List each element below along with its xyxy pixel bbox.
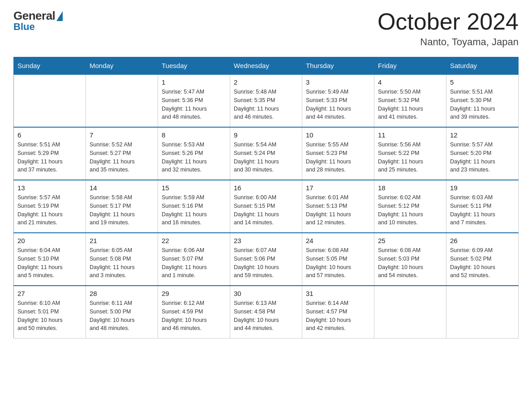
day-cell: 22Sunrise: 6:06 AM Sunset: 5:07 PM Dayli… (158, 233, 230, 286)
day-info: Sunrise: 6:05 AM Sunset: 5:08 PM Dayligh… (90, 246, 154, 280)
day-number: 11 (378, 131, 442, 139)
day-number: 21 (90, 237, 154, 244)
day-number: 18 (378, 184, 442, 192)
day-cell: 11Sunrise: 5:56 AM Sunset: 5:22 PM Dayli… (374, 127, 446, 180)
day-cell: 26Sunrise: 6:09 AM Sunset: 5:02 PM Dayli… (446, 233, 519, 286)
day-cell (14, 74, 86, 127)
day-cell: 9Sunrise: 5:54 AM Sunset: 5:24 PM Daylig… (230, 127, 302, 180)
day-cell (374, 286, 446, 338)
day-number: 20 (17, 237, 82, 244)
day-cell: 1Sunrise: 5:47 AM Sunset: 5:36 PM Daylig… (158, 74, 230, 127)
day-info: Sunrise: 5:57 AM Sunset: 5:19 PM Dayligh… (17, 193, 82, 227)
day-cell (446, 286, 519, 338)
header-cell-friday: Friday (374, 57, 446, 75)
day-cell: 23Sunrise: 6:07 AM Sunset: 5:06 PM Dayli… (230, 233, 302, 286)
day-info: Sunrise: 6:08 AM Sunset: 5:05 PM Dayligh… (306, 246, 370, 280)
day-cell: 2Sunrise: 5:48 AM Sunset: 5:35 PM Daylig… (230, 74, 302, 127)
day-info: Sunrise: 6:03 AM Sunset: 5:11 PM Dayligh… (450, 193, 515, 227)
day-cell: 31Sunrise: 6:14 AM Sunset: 4:57 PM Dayli… (302, 286, 374, 338)
day-info: Sunrise: 5:47 AM Sunset: 5:36 PM Dayligh… (162, 88, 226, 121)
day-cell: 6Sunrise: 5:51 AM Sunset: 5:29 PM Daylig… (14, 127, 86, 180)
calendar-table: SundayMondayTuesdayWednesdayThursdayFrid… (13, 57, 519, 338)
day-cell: 17Sunrise: 6:01 AM Sunset: 5:13 PM Dayli… (302, 180, 374, 233)
week-row-2: 6Sunrise: 5:51 AM Sunset: 5:29 PM Daylig… (14, 127, 519, 180)
day-info: Sunrise: 6:11 AM Sunset: 5:00 PM Dayligh… (90, 299, 154, 333)
week-row-5: 27Sunrise: 6:10 AM Sunset: 5:01 PM Dayli… (14, 286, 519, 338)
title-section: October 2024 Nanto, Toyama, Japan (378, 9, 519, 48)
day-number: 26 (450, 237, 515, 244)
day-info: Sunrise: 5:53 AM Sunset: 5:26 PM Dayligh… (162, 141, 226, 174)
day-cell: 4Sunrise: 5:50 AM Sunset: 5:32 PM Daylig… (374, 74, 446, 127)
day-number: 13 (17, 184, 82, 192)
day-number: 14 (90, 184, 154, 192)
subtitle: Nanto, Toyama, Japan (378, 36, 519, 48)
day-info: Sunrise: 6:01 AM Sunset: 5:13 PM Dayligh… (306, 193, 370, 227)
day-info: Sunrise: 6:02 AM Sunset: 5:12 PM Dayligh… (378, 193, 442, 227)
day-info: Sunrise: 6:12 AM Sunset: 4:59 PM Dayligh… (162, 299, 226, 333)
day-info: Sunrise: 5:54 AM Sunset: 5:24 PM Dayligh… (234, 141, 298, 174)
day-info: Sunrise: 5:57 AM Sunset: 5:20 PM Dayligh… (450, 141, 515, 174)
day-number: 25 (378, 237, 442, 244)
day-number: 29 (162, 290, 226, 297)
day-number: 24 (306, 237, 370, 244)
header-cell-wednesday: Wednesday (230, 57, 302, 75)
day-cell: 25Sunrise: 6:08 AM Sunset: 5:03 PM Dayli… (374, 233, 446, 286)
day-number: 16 (234, 184, 298, 192)
day-number: 19 (450, 184, 515, 192)
day-info: Sunrise: 6:07 AM Sunset: 5:06 PM Dayligh… (234, 246, 298, 280)
day-cell: 8Sunrise: 5:53 AM Sunset: 5:26 PM Daylig… (158, 127, 230, 180)
day-number: 5 (450, 78, 515, 86)
day-info: Sunrise: 6:13 AM Sunset: 4:58 PM Dayligh… (234, 299, 298, 333)
day-info: Sunrise: 6:09 AM Sunset: 5:02 PM Dayligh… (450, 246, 515, 280)
day-cell: 13Sunrise: 5:57 AM Sunset: 5:19 PM Dayli… (14, 180, 86, 233)
day-number: 9 (234, 131, 298, 139)
day-cell: 18Sunrise: 6:02 AM Sunset: 5:12 PM Dayli… (374, 180, 446, 233)
header-cell-monday: Monday (86, 57, 158, 75)
day-number: 30 (234, 290, 298, 297)
day-number: 10 (306, 131, 370, 139)
day-info: Sunrise: 5:51 AM Sunset: 5:30 PM Dayligh… (450, 88, 515, 121)
day-number: 8 (162, 131, 226, 139)
day-number: 23 (234, 237, 298, 244)
day-number: 7 (90, 131, 154, 139)
day-info: Sunrise: 6:00 AM Sunset: 5:15 PM Dayligh… (234, 193, 298, 227)
day-info: Sunrise: 5:49 AM Sunset: 5:33 PM Dayligh… (306, 88, 370, 121)
day-number: 4 (378, 78, 442, 86)
header-cell-thursday: Thursday (302, 57, 374, 75)
day-number: 3 (306, 78, 370, 86)
logo-blue-text: Blue (13, 21, 35, 33)
day-cell: 27Sunrise: 6:10 AM Sunset: 5:01 PM Dayli… (14, 286, 86, 338)
day-info: Sunrise: 6:08 AM Sunset: 5:03 PM Dayligh… (378, 246, 442, 280)
day-cell: 29Sunrise: 6:12 AM Sunset: 4:59 PM Dayli… (158, 286, 230, 338)
day-number: 1 (162, 78, 226, 86)
day-number: 22 (162, 237, 226, 244)
calendar-header: SundayMondayTuesdayWednesdayThursdayFrid… (14, 57, 519, 75)
day-info: Sunrise: 5:56 AM Sunset: 5:22 PM Dayligh… (378, 141, 442, 174)
day-number: 27 (17, 290, 82, 297)
week-row-4: 20Sunrise: 6:04 AM Sunset: 5:10 PM Dayli… (14, 233, 519, 286)
header-cell-sunday: Sunday (14, 57, 86, 75)
day-cell: 28Sunrise: 6:11 AM Sunset: 5:00 PM Dayli… (86, 286, 158, 338)
day-number: 12 (450, 131, 515, 139)
day-info: Sunrise: 6:06 AM Sunset: 5:07 PM Dayligh… (162, 246, 226, 280)
week-row-3: 13Sunrise: 5:57 AM Sunset: 5:19 PM Dayli… (14, 180, 519, 233)
week-row-1: 1Sunrise: 5:47 AM Sunset: 5:36 PM Daylig… (14, 74, 519, 127)
day-cell: 30Sunrise: 6:13 AM Sunset: 4:58 PM Dayli… (230, 286, 302, 338)
day-info: Sunrise: 6:14 AM Sunset: 4:57 PM Dayligh… (306, 299, 370, 333)
day-cell: 3Sunrise: 5:49 AM Sunset: 5:33 PM Daylig… (302, 74, 374, 127)
logo: General Blue (13, 9, 63, 33)
main-title: October 2024 (378, 9, 519, 34)
day-cell (86, 74, 158, 127)
header-row: SundayMondayTuesdayWednesdayThursdayFrid… (14, 57, 519, 75)
day-number: 28 (90, 290, 154, 297)
day-cell: 20Sunrise: 6:04 AM Sunset: 5:10 PM Dayli… (14, 233, 86, 286)
day-info: Sunrise: 5:50 AM Sunset: 5:32 PM Dayligh… (378, 88, 442, 121)
day-cell: 21Sunrise: 6:05 AM Sunset: 5:08 PM Dayli… (86, 233, 158, 286)
day-number: 15 (162, 184, 226, 192)
day-number: 2 (234, 78, 298, 86)
day-info: Sunrise: 5:51 AM Sunset: 5:29 PM Dayligh… (17, 141, 82, 174)
day-info: Sunrise: 5:59 AM Sunset: 5:16 PM Dayligh… (162, 193, 226, 227)
day-info: Sunrise: 6:10 AM Sunset: 5:01 PM Dayligh… (17, 299, 82, 333)
day-info: Sunrise: 5:58 AM Sunset: 5:17 PM Dayligh… (90, 193, 154, 227)
logo-triangle-icon (56, 11, 63, 21)
